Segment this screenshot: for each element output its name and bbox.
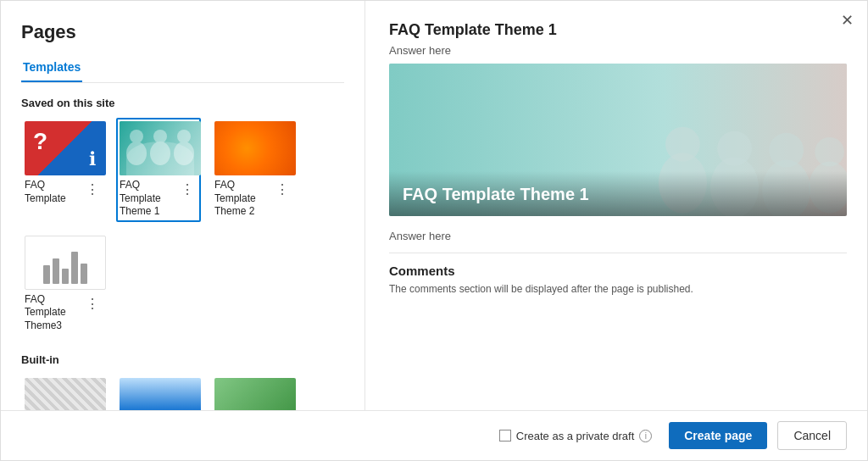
template-thumb-faq-theme3 [25, 236, 106, 290]
saved-section-label: Saved on this site [21, 97, 358, 109]
faq-theme2-menu-icon[interactable]: ⋮ [274, 183, 291, 197]
svg-point-10 [717, 131, 752, 166]
faq-theme1-inner [120, 121, 201, 175]
hero-overlay: FAQ Template Theme 1 [389, 171, 847, 216]
tab-templates[interactable]: Templates [21, 55, 82, 82]
builtin3-inner [214, 378, 296, 410]
template-card-faq[interactable]: ? ℹ FAQTemplate ⋮ [21, 118, 106, 222]
bar3 [62, 269, 69, 284]
info-icon[interactable]: i [639, 430, 652, 442]
preview-answer-label-2: Answer here [389, 230, 847, 253]
template-card-faq-theme1[interactable]: FAQTemplateTheme 1 ⋮ [116, 118, 201, 222]
preview-answer-label-1: Answer here [389, 44, 847, 57]
template-card-faq-theme3[interactable]: FAQTemplateTheme3 ⋮ [21, 232, 106, 336]
people-svg [120, 121, 201, 175]
dialog-body: Pages Templates Saved on this site ? ℹ F… [1, 1, 867, 410]
close-button[interactable]: ✕ [841, 13, 854, 28]
bar2 [53, 258, 59, 284]
hero-title: FAQ Template Theme 1 [403, 185, 833, 204]
cancel-button[interactable]: Cancel [777, 421, 847, 450]
preview-comments-title: Comments [389, 264, 847, 278]
preview-comments-text: The comments section will be displayed a… [389, 283, 847, 295]
template-thumb-builtin2 [120, 378, 201, 410]
template-card-builtin2[interactable] [116, 375, 201, 410]
builtin1-inner [25, 378, 106, 410]
private-draft-label: Create as a private draft [516, 430, 634, 442]
faq-theme3-menu-icon[interactable]: ⋮ [84, 297, 101, 311]
svg-point-1 [130, 130, 143, 143]
question-mark-icon: ? [33, 128, 47, 155]
left-panel: Pages Templates Saved on this site ? ℹ F… [1, 1, 365, 410]
dialog-footer: Create as a private draft i Create page … [1, 410, 867, 460]
private-draft-group: Create as a private draft i [499, 430, 652, 442]
saved-templates-grid: ? ℹ FAQTemplate ⋮ [21, 118, 358, 336]
svg-point-4 [174, 142, 194, 165]
left-scroll-area: Saved on this site ? ℹ FAQTemplate ⋮ [21, 97, 364, 410]
preview-hero-image: FAQ Template Theme 1 [389, 64, 847, 216]
template-card-builtin1[interactable] [21, 375, 106, 410]
template-card-faq-theme2[interactable]: FAQTemplateTheme 2 ⋮ [211, 118, 296, 222]
page-title: Pages [21, 21, 364, 43]
dialog: ✕ Pages Templates Saved on this site ? ℹ [0, 0, 868, 461]
bar1 [43, 265, 50, 284]
preview-content: Answer here Comments The comments sectio… [389, 216, 847, 302]
template-thumb-faq-theme1 [120, 121, 201, 175]
svg-point-2 [150, 142, 170, 165]
svg-point-3 [153, 130, 167, 143]
svg-point-8 [665, 127, 700, 162]
svg-point-12 [769, 133, 804, 168]
private-draft-checkbox[interactable] [499, 430, 511, 442]
create-page-button[interactable]: Create page [669, 422, 767, 449]
svg-point-0 [126, 142, 147, 165]
info-mark-icon: ℹ [89, 148, 96, 170]
tabs-bar: Templates [21, 55, 344, 83]
template-thumb-builtin1 [25, 378, 106, 410]
builtin-section-label: Built-in [21, 353, 358, 366]
template-thumb-faq: ? ℹ [25, 121, 106, 175]
faq-menu-icon[interactable]: ⋮ [84, 183, 101, 197]
faq-theme2-inner [214, 121, 296, 175]
preview-title: FAQ Template Theme 1 [389, 21, 847, 39]
bar5 [81, 264, 87, 284]
bar4 [71, 252, 78, 284]
builtin-templates-grid [21, 375, 358, 410]
right-panel: FAQ Template Theme 1 Answer here [365, 1, 867, 410]
preview-comments-section: Comments The comments section will be di… [389, 264, 847, 295]
faq-theme1-menu-icon[interactable]: ⋮ [179, 183, 196, 197]
svg-point-14 [815, 137, 844, 167]
template-card-builtin3[interactable] [211, 375, 296, 410]
template-thumb-faq-theme2 [214, 121, 296, 175]
builtin2-inner [120, 378, 201, 410]
svg-point-5 [177, 130, 191, 143]
template-thumb-builtin3 [214, 378, 296, 410]
